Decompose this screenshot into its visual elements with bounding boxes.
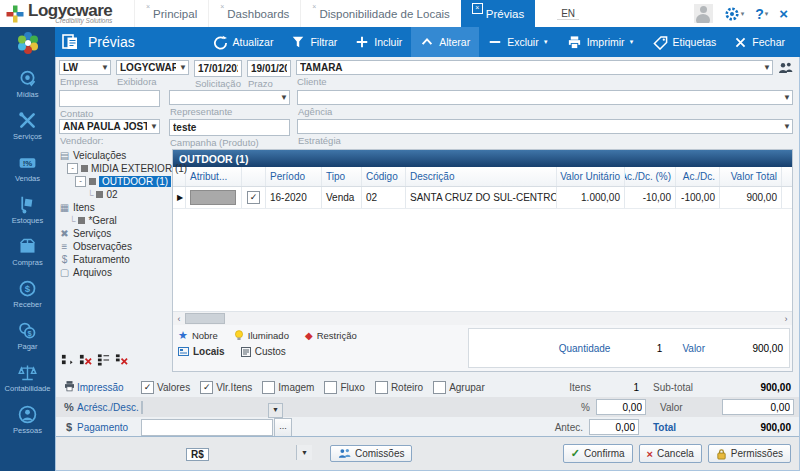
comissoes-button[interactable]: Comissões: [330, 445, 412, 462]
col-acdc-pct[interactable]: Ac./Dc. (%): [625, 167, 676, 186]
estrategia-input[interactable]: [297, 119, 793, 134]
add-list-icon[interactable]: [97, 353, 110, 366]
svg-text:$: $: [25, 283, 31, 294]
etiquetas-button[interactable]: Etiquetas: [644, 27, 726, 57]
tree-node-arquivos[interactable]: ▢Arquivos: [59, 266, 169, 279]
sidebar-item-servicos[interactable]: Serviços: [13, 110, 42, 141]
tab-locais[interactable]: Locais: [178, 346, 225, 357]
cancela-button[interactable]: ×Cancela: [639, 444, 702, 463]
tree-node-veiculacoes[interactable]: ▤Veiculações: [59, 149, 169, 162]
sidebar-item-estoques[interactable]: Estoques: [12, 194, 43, 225]
settings-button[interactable]: ▾: [724, 6, 745, 22]
cliente-input[interactable]: [296, 60, 773, 75]
excluir-button[interactable]: Excluir ▼: [479, 27, 557, 57]
scroll-right-icon[interactable]: ›: [780, 314, 792, 324]
col-checkbox[interactable]: [242, 167, 266, 186]
tab-previas[interactable]: × Prévias: [461, 0, 535, 27]
tab-close-icon[interactable]: ×: [146, 3, 150, 10]
sidebar-item-compras[interactable]: Compras: [12, 236, 42, 267]
scroll-left-icon[interactable]: ‹: [173, 314, 185, 324]
sidebar-item-midias[interactable]: Mídias: [16, 68, 38, 99]
tree-node-faturamento[interactable]: $Faturamento: [59, 253, 169, 266]
sidebar-item-pagar[interactable]: $ Pagar: [17, 320, 38, 351]
people-icon[interactable]: [778, 62, 793, 74]
col-tipo[interactable]: Tipo: [322, 167, 362, 186]
pct-input[interactable]: [596, 399, 646, 415]
pagamento-label: Pagamento: [77, 422, 141, 433]
valor-input[interactable]: [722, 399, 794, 415]
sidebar-item-contabilidade[interactable]: Contabilidade: [5, 362, 51, 393]
tab-custos[interactable]: Custos: [241, 346, 286, 357]
tab-close-icon[interactable]: ×: [312, 3, 316, 10]
atributos-cell[interactable]: [190, 190, 236, 205]
imprimir-button[interactable]: Imprimir ▼: [558, 27, 644, 57]
pagamento-browse-button[interactable]: ...: [274, 418, 292, 437]
fechar-button[interactable]: Fechar: [725, 27, 794, 57]
table-row[interactable]: ▶ 16-2020 Venda 02 SANTA CRUZ DO SUL-CEN…: [173, 187, 792, 209]
exibidora-input[interactable]: [116, 60, 189, 75]
hand-truck-icon: [17, 194, 38, 215]
sidebar-item-pessoas[interactable]: Pessoas: [13, 404, 42, 435]
col-valor-total[interactable]: Valor Total: [720, 167, 782, 186]
representante-input[interactable]: [169, 90, 290, 105]
contato-input[interactable]: [59, 90, 160, 107]
check-valores[interactable]: Valores: [141, 381, 190, 394]
col-descricao[interactable]: Descrição: [406, 167, 557, 186]
estrategia-field: ▼ Estratégia: [297, 119, 793, 148]
delete-node-icon[interactable]: [79, 353, 92, 366]
tab-principal[interactable]: × Principal: [134, 0, 208, 27]
help-button[interactable]: ?▾: [755, 6, 768, 22]
tree-node-itens[interactable]: ▦Itens: [59, 201, 169, 214]
check-roteiro[interactable]: Roteiro: [375, 381, 423, 394]
collapse-icon[interactable]: -: [67, 163, 78, 174]
tree-node-outdoor[interactable]: -OUTDOOR (1): [59, 175, 169, 188]
language-selector[interactable]: EN: [557, 8, 579, 20]
delete-list-icon[interactable]: [115, 353, 128, 366]
form-row-1: ▼ Empresa ▼ Exibidora Solicitação Prazo: [59, 60, 793, 89]
solicitacao-input[interactable]: [194, 60, 242, 77]
tab-dashboards[interactable]: × Dashboards: [208, 0, 300, 27]
confirma-button[interactable]: ✓Confirma: [563, 444, 633, 463]
col-valor-unitario[interactable]: Valor Unitário: [557, 167, 625, 186]
percent-icon: %: [61, 401, 77, 413]
check-imagem[interactable]: Imagem: [262, 381, 314, 394]
collapse-icon[interactable]: -: [75, 176, 86, 187]
filtrar-button[interactable]: Filtrar: [282, 27, 346, 57]
row-checkbox[interactable]: [247, 191, 260, 204]
check-fluxo[interactable]: Fluxo: [324, 381, 364, 394]
add-node-icon[interactable]: [61, 353, 74, 366]
close-app-button[interactable]: ×: [779, 5, 788, 22]
tree-node-geral[interactable]: └*Geral: [59, 214, 169, 227]
tree-node-servicos[interactable]: ✖Serviços: [59, 227, 169, 240]
empresa-input[interactable]: [59, 60, 111, 75]
acresc-combo[interactable]: ▼: [141, 402, 284, 413]
alterar-button[interactable]: Alterar: [411, 27, 479, 57]
scrollbar-thumb[interactable]: [185, 313, 225, 324]
tree-node-observacoes[interactable]: ≡Observações: [59, 240, 169, 253]
sidebar-item-vendas[interactable]: !% Vendas: [15, 152, 40, 183]
currency-select[interactable]: R$ ▼: [186, 444, 313, 463]
tab-close-icon[interactable]: ×: [220, 3, 224, 10]
sidebar-item-receber[interactable]: $ Receber: [13, 278, 41, 309]
col-atributos[interactable]: Atribut...: [186, 167, 242, 186]
antec-input[interactable]: [589, 419, 639, 435]
col-acdc[interactable]: Ac./Dc.: [676, 167, 720, 186]
horizontal-scrollbar[interactable]: ‹ ›: [173, 311, 792, 325]
tree-node-02[interactable]: └02: [59, 188, 169, 201]
prazo-input[interactable]: [247, 60, 291, 77]
user-avatar[interactable]: [694, 4, 713, 23]
campanha-input[interactable]: [169, 119, 290, 136]
atualizar-button[interactable]: Atualizar: [204, 27, 283, 57]
col-periodo[interactable]: Período: [266, 167, 322, 186]
node-square-icon: [78, 217, 85, 224]
check-agrupar[interactable]: Agrupar: [433, 381, 485, 394]
agencia-input[interactable]: [297, 90, 793, 105]
tab-disponibilidade-de-locais[interactable]: × Disponibilidade de Locais: [300, 0, 461, 27]
incluir-button[interactable]: Incluir: [346, 27, 411, 57]
tree-node-midia-exterior[interactable]: -MIDIA EXTERIOR (1): [59, 162, 169, 175]
permissoes-button[interactable]: Permissões: [708, 444, 791, 463]
pagamento-input[interactable]: [141, 419, 273, 436]
check-vlr-itens[interactable]: Vlr.Itens: [200, 381, 252, 394]
col-codigo[interactable]: Código: [362, 167, 406, 186]
vendedor-input[interactable]: [59, 119, 160, 134]
